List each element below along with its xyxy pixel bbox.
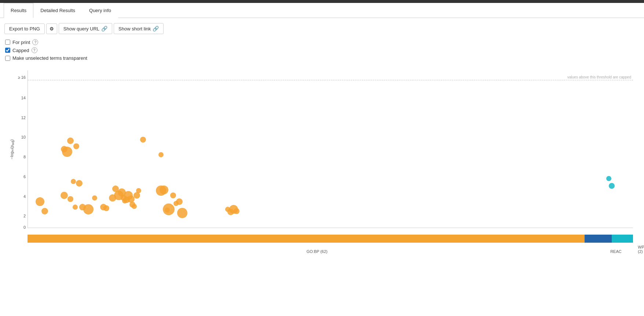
y-tick-4: 4 [23, 194, 26, 199]
show-query-url-button[interactable]: Show query URL 🔗 [59, 23, 112, 34]
capped-row: Capped ? [5, 47, 639, 53]
y-axis-title: −log₁₀(padj) [9, 139, 15, 159]
reac-label: REAC [610, 249, 622, 254]
dot [163, 203, 175, 215]
dot [62, 147, 72, 157]
y-tick-14: 14 [21, 96, 26, 100]
chart-container: −log₁₀(padj) ≥ 16 14 12 10 8 6 4 2 0 val… [7, 70, 637, 254]
tab-results[interactable]: Results [4, 3, 33, 18]
copy-url-icon: 🔗 [101, 26, 107, 32]
dot [71, 179, 76, 184]
dot [73, 143, 79, 149]
dot [103, 205, 109, 211]
show-short-link-label: Show short link [118, 26, 151, 32]
toolbar: Export to PNG ⚙ Show query URL 🔗 Show sh… [0, 18, 644, 39]
threshold-label: values above this threshold are capped [567, 75, 631, 79]
y-tick-10: 10 [21, 135, 26, 139]
dot [73, 205, 78, 210]
show-short-link-button[interactable]: Show short link 🔗 [114, 23, 164, 34]
dot [76, 180, 83, 187]
show-query-url-label: Show query URL [63, 26, 99, 32]
y-axis: ≥ 16 14 12 10 8 6 4 2 0 [17, 70, 28, 228]
dot [160, 185, 168, 194]
bar-reac [585, 235, 612, 243]
dot [170, 192, 176, 198]
copy-link-icon: 🔗 [153, 26, 159, 32]
dot [132, 204, 137, 209]
y-tick-8: 8 [23, 155, 26, 159]
dot [36, 197, 44, 206]
make-transparent-row: Make unselected terms transparent [5, 55, 639, 61]
dot [83, 204, 94, 214]
for-print-label[interactable]: For print [12, 40, 30, 45]
dot [177, 208, 187, 218]
bottom-bar [28, 235, 633, 243]
dot [140, 137, 146, 143]
dot [609, 183, 615, 189]
dot [158, 152, 164, 157]
checkboxes: For print ? Capped ? Make unselected ter… [0, 39, 644, 67]
y-tick-12: 12 [21, 115, 26, 120]
for-print-row: For print ? [5, 39, 639, 45]
dot [41, 208, 48, 214]
gobp-label: GO:BP (62) [307, 249, 328, 254]
y-tick-0: 0 [23, 225, 26, 229]
tab-detailed-results[interactable]: Detailed Results [33, 3, 82, 18]
tabs-container: Results Detailed Results Query info [0, 3, 644, 18]
wp-label: WP (2) [638, 245, 644, 254]
chart-plot-area: values above this threshold are capped [28, 70, 633, 228]
make-transparent-checkbox[interactable] [5, 56, 10, 61]
capped-help-icon[interactable]: ? [32, 47, 37, 53]
capped-label[interactable]: Capped [12, 48, 29, 53]
for-print-help-icon[interactable]: ? [32, 39, 38, 45]
make-transparent-label[interactable]: Make unselected terms transparent [12, 55, 87, 61]
dot [234, 208, 239, 214]
dot [92, 195, 97, 201]
y-tick-2: 2 [23, 214, 26, 218]
tab-query-info[interactable]: Query info [82, 3, 118, 18]
top-bar [0, 0, 644, 3]
dot [67, 137, 74, 144]
threshold-line [28, 80, 633, 80]
dot [606, 176, 611, 181]
y-tick-16: ≥ 16 [18, 75, 26, 80]
dot [67, 196, 73, 202]
y-axis-title-wrapper: −log₁₀(padj) [9, 70, 15, 228]
dot [61, 192, 68, 199]
bar-gobp [28, 235, 585, 243]
export-png-button[interactable]: Export to PNG [4, 23, 45, 34]
dot [136, 188, 141, 193]
capped-checkbox[interactable] [5, 48, 10, 53]
export-label: Export to PNG [9, 26, 40, 32]
dot [176, 198, 183, 205]
y-tick-6: 6 [23, 174, 26, 179]
bar-wp [612, 235, 633, 243]
settings-button[interactable]: ⚙ [46, 23, 57, 34]
gear-icon: ⚙ [50, 26, 54, 32]
for-print-checkbox[interactable] [5, 40, 10, 45]
